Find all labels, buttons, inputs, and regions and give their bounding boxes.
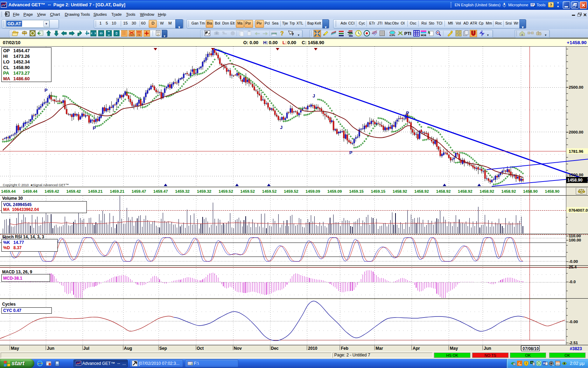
- svg-text:1458.92: 1458.92: [393, 189, 407, 193]
- svg-text:2500.00: 2500.00: [569, 85, 583, 89]
- svg-text:P: P: [93, 125, 96, 131]
- svg-text:MCD-38.1: MCD-38.1: [3, 276, 22, 281]
- svg-text:Apr: Apr: [413, 346, 420, 351]
- svg-text:Oct: Oct: [197, 346, 204, 351]
- svg-text:1459.52: 1459.52: [240, 189, 255, 193]
- svg-text:May: May: [450, 346, 458, 351]
- svg-text:-2.51: -2.51: [569, 341, 578, 345]
- svg-text:MA 106433962.04: MA 106433962.04: [3, 207, 39, 212]
- svg-text:25.4: 25.4: [569, 265, 577, 269]
- svg-text:1781.96: 1781.96: [569, 149, 583, 154]
- svg-text:1458.90: 1458.90: [545, 189, 560, 193]
- svg-text:100.00: 100.00: [569, 238, 581, 242]
- svg-text:-0.00: -0.00: [569, 259, 578, 264]
- svg-text:P: P: [349, 150, 352, 155]
- svg-text:O: 0.00: O: 0.00: [243, 40, 258, 45]
- svg-text:Aug: Aug: [124, 346, 132, 351]
- svg-text:Stoch RSI 14, 14, 3, 3: Stoch RSI 14, 14, 3, 3: [2, 234, 44, 239]
- svg-text:1486.60: 1486.60: [13, 76, 30, 81]
- svg-text:OP: OP: [3, 48, 10, 53]
- svg-text:Mar: Mar: [376, 346, 383, 351]
- svg-text:MA: MA: [3, 76, 10, 81]
- svg-text:1458.92: 1458.92: [479, 189, 494, 193]
- svg-text:Dec: Dec: [271, 346, 279, 351]
- svg-text:1500.00: 1500.00: [569, 173, 583, 177]
- svg-text:-0.0: -0.0: [569, 280, 576, 284]
- svg-text:1459.32: 1459.32: [197, 189, 211, 193]
- svg-text:e: e: [39, 361, 41, 366]
- svg-text:CYC 0.47: CYC 0.47: [3, 308, 21, 313]
- svg-text:1458.92: 1458.92: [436, 189, 451, 193]
- svg-text:1459.15: 1459.15: [349, 189, 364, 193]
- svg-text:07/08/10: 07/08/10: [523, 346, 539, 351]
- svg-text:1459.21: 1459.21: [110, 189, 125, 193]
- svg-text:MACD 13, 26, 9: MACD 13, 26, 9: [2, 270, 32, 274]
- svg-text:Jul: Jul: [83, 346, 89, 351]
- svg-text:1459.15: 1459.15: [371, 189, 386, 193]
- svg-text:WA: WA: [556, 363, 559, 365]
- svg-text:1459.42: 1459.42: [66, 189, 81, 193]
- svg-text:Jun: Jun: [47, 346, 54, 351]
- svg-text:1459.42: 1459.42: [44, 189, 59, 193]
- svg-text:1459.09: 1459.09: [327, 189, 342, 193]
- svg-text:1459.47: 1459.47: [153, 189, 168, 193]
- svg-text:0.00: 0.00: [287, 40, 296, 45]
- svg-text:1459.21: 1459.21: [88, 189, 103, 193]
- svg-text:P: P: [44, 88, 48, 93]
- svg-text:HI: HI: [3, 54, 8, 59]
- svg-text:VOL 24994545: VOL 24994545: [3, 202, 32, 207]
- svg-text:0.00: 0.00: [269, 40, 278, 45]
- svg-text:1454.47: 1454.47: [13, 48, 30, 53]
- svg-text:1459.52: 1459.52: [219, 189, 233, 193]
- svg-text:C: 1458.90: C: 1458.90: [302, 40, 324, 45]
- svg-text:-0.00: -0.00: [569, 320, 578, 324]
- svg-text:2010: 2010: [308, 346, 317, 351]
- svg-text:Feb: Feb: [341, 346, 348, 351]
- svg-text:H:: H:: [263, 40, 268, 45]
- svg-text:2000.00: 2000.00: [569, 130, 583, 134]
- svg-text:!: !: [526, 362, 527, 365]
- svg-text:1459.44: 1459.44: [1, 189, 16, 193]
- svg-text:1459.47: 1459.47: [132, 189, 146, 193]
- svg-text:Cycles: Cycles: [2, 302, 16, 307]
- svg-text:110.00: 110.00: [569, 234, 581, 238]
- svg-text:1458.92: 1458.92: [458, 189, 472, 193]
- svg-text:%D 8.37: %D 8.37: [3, 245, 22, 250]
- svg-text:1459.32: 1459.32: [175, 189, 190, 193]
- svg-text:1458.90: 1458.90: [567, 178, 583, 183]
- svg-text:+1458.90: +1458.90: [567, 40, 587, 45]
- svg-text:J: J: [280, 125, 282, 130]
- svg-text:P: P: [406, 110, 409, 116]
- svg-text:Jun: Jun: [484, 346, 491, 351]
- svg-text:1458.90: 1458.90: [523, 189, 538, 193]
- svg-text:May: May: [11, 346, 19, 351]
- svg-text:1458.92: 1458.92: [414, 189, 429, 193]
- svg-text:07/02/10: 07/02/10: [3, 40, 21, 45]
- svg-text:Copyright © 2010 ◄Signal Advan: Copyright © 2010 ◄Signal Advanced GET™: [3, 183, 69, 187]
- svg-text:PA: PA: [3, 70, 9, 76]
- svg-text:J: J: [313, 93, 315, 98]
- svg-text:#3823: #3823: [570, 346, 582, 351]
- svg-text:1459.44: 1459.44: [23, 189, 37, 193]
- svg-text:0764007.0: 0764007.0: [569, 208, 588, 212]
- svg-text:LO: LO: [3, 59, 9, 64]
- svg-text:1459.09: 1459.09: [306, 189, 320, 193]
- svg-text:1473.26: 1473.26: [13, 54, 30, 59]
- svg-text:%K 14.77: %K 14.77: [3, 240, 24, 245]
- svg-text:L:: L:: [282, 40, 287, 45]
- svg-text:1459.52: 1459.52: [262, 189, 277, 193]
- svg-text:1459.52: 1459.52: [284, 189, 299, 193]
- svg-text:Nov: Nov: [234, 346, 242, 351]
- svg-text:Volume 30: Volume 30: [2, 196, 23, 201]
- svg-text:1473.27: 1473.27: [13, 70, 30, 76]
- svg-text:1452.34: 1452.34: [13, 59, 30, 64]
- svg-text:1458.92: 1458.92: [502, 189, 516, 193]
- svg-text:1458.90: 1458.90: [13, 65, 30, 70]
- svg-text:Sep: Sep: [159, 346, 167, 351]
- svg-text:CL: CL: [3, 65, 9, 70]
